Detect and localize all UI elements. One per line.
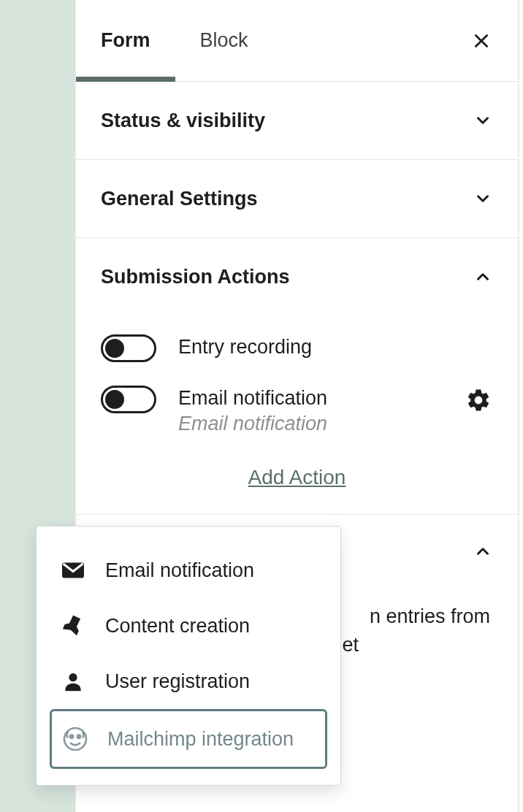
email-notification-settings-button[interactable] [464, 386, 493, 415]
chevron-up-icon [473, 267, 493, 287]
tab-block-label: Block [200, 29, 248, 52]
svg-point-5 [70, 735, 73, 738]
spam-text-line1: n entries from [370, 605, 490, 627]
panel-status-title: Status & visibility [101, 110, 265, 132]
mailchimp-icon [61, 724, 90, 754]
panel-general-title: General Settings [101, 188, 258, 210]
panel-submission-title: Submission Actions [101, 266, 290, 288]
panel-status-header[interactable]: Status & visibility [76, 82, 518, 159]
add-action-link[interactable]: Add Action [248, 466, 346, 489]
toggle-entry-recording[interactable] [101, 334, 156, 362]
popover-item-label: Mailchimp integration [107, 728, 294, 751]
add-action-container: Add Action [101, 466, 493, 489]
user-icon [58, 667, 88, 696]
toggle-row-email-notification: Email notification Email notification [101, 374, 493, 447]
popover-item-user-registration[interactable]: User registration [50, 654, 327, 709]
chevron-down-icon [473, 188, 493, 209]
popover-item-label: User registration [105, 670, 250, 693]
popover-item-label: Content creation [105, 615, 250, 637]
panel-general-settings: General Settings [76, 160, 518, 238]
tab-form-label: Form [101, 29, 150, 52]
gear-icon [465, 387, 492, 413]
pin-icon [58, 611, 88, 640]
right-edge-line [518, 0, 519, 812]
popover-item-email-notification[interactable]: Email notification [50, 543, 327, 598]
panel-submission-body: Entry recording Email notification Email… [76, 315, 518, 514]
tab-block[interactable]: Block [175, 0, 273, 81]
panel-general-header[interactable]: General Settings [76, 160, 518, 237]
svg-point-3 [69, 673, 77, 681]
toggle-email-notification[interactable] [101, 386, 156, 413]
chevron-up-icon [473, 541, 493, 562]
popover-item-label: Email notification [105, 559, 254, 582]
close-icon [472, 31, 491, 50]
close-sidebar-button[interactable] [465, 25, 497, 57]
panel-status-visibility: Status & visibility [76, 82, 518, 160]
panel-submission-actions: Submission Actions Entry recording Email… [76, 238, 518, 515]
add-action-popover: Email notification Content creation User… [36, 526, 341, 786]
tab-form[interactable]: Form [76, 0, 175, 81]
toggle-row-entry-recording: Entry recording [101, 323, 493, 374]
popover-item-mailchimp-integration[interactable]: Mailchimp integration [50, 709, 327, 769]
mail-icon [58, 556, 88, 585]
toggle-email-label: Email notification [178, 387, 442, 410]
tabs-bar: Form Block [76, 0, 518, 82]
chevron-down-icon [473, 110, 493, 131]
svg-point-4 [64, 728, 86, 750]
svg-point-6 [77, 735, 80, 738]
toggle-email-sublabel: Email notification [178, 413, 442, 435]
toggle-entry-label: Entry recording [178, 336, 493, 359]
panel-submission-header[interactable]: Submission Actions [76, 238, 518, 315]
popover-item-content-creation[interactable]: Content creation [50, 598, 327, 654]
